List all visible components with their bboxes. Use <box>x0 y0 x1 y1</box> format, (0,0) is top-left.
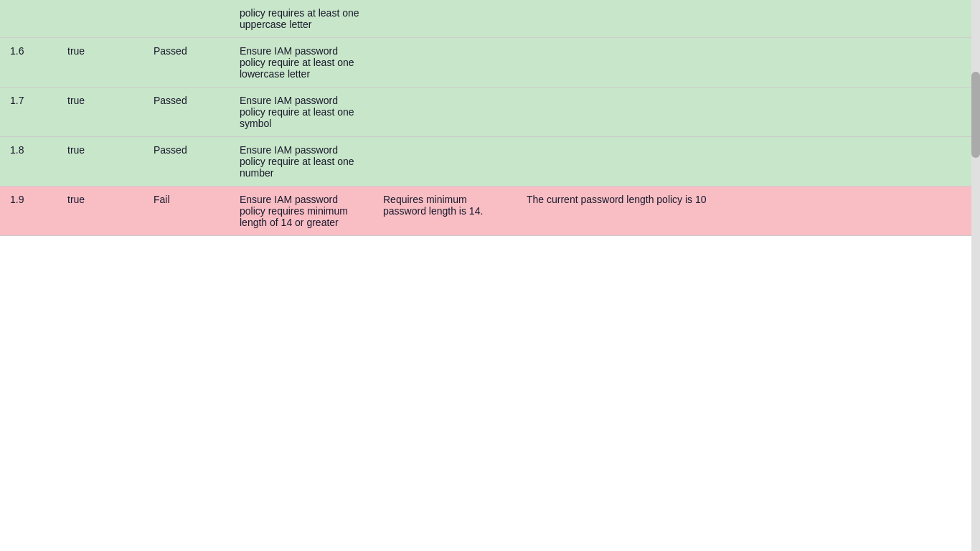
cell-check: Ensure IAM password policy requires mini… <box>230 187 373 236</box>
cell-bool: true <box>57 137 143 187</box>
cell-bool: true <box>57 187 143 236</box>
cell-status <box>143 0 230 38</box>
cell-id: 1.7 <box>0 88 57 137</box>
cell-actual: The current password length policy is 10 <box>517 187 980 236</box>
cell-id: 1.8 <box>0 137 57 187</box>
cell-status: Fail <box>143 187 230 236</box>
scrollbar-track[interactable] <box>971 0 980 236</box>
cell-check: Ensure IAM password policy require at le… <box>230 88 373 137</box>
cell-expected <box>373 137 517 187</box>
cell-id <box>0 0 57 38</box>
table-row: 1.6 true Passed Ensure IAM password poli… <box>0 38 980 88</box>
cell-actual <box>517 137 980 187</box>
table-row: policy requires at least one uppercase l… <box>0 0 980 38</box>
cell-id: 1.6 <box>0 38 57 88</box>
cell-actual <box>517 38 980 88</box>
cell-expected: Requires minimum password length is 14. <box>373 187 517 236</box>
table-row: 1.8 true Passed Ensure IAM password poli… <box>0 137 980 187</box>
cell-bool <box>57 0 143 38</box>
cell-bool: true <box>57 38 143 88</box>
cell-actual <box>517 88 980 137</box>
results-table: policy requires at least one uppercase l… <box>0 0 980 236</box>
scrollbar-thumb[interactable] <box>971 72 980 158</box>
cell-expected <box>373 0 517 38</box>
table-container: policy requires at least one uppercase l… <box>0 0 980 236</box>
cell-status: Passed <box>143 137 230 187</box>
cell-expected <box>373 38 517 88</box>
cell-status: Passed <box>143 88 230 137</box>
cell-bool: true <box>57 88 143 137</box>
cell-actual <box>517 0 980 38</box>
cell-status: Passed <box>143 38 230 88</box>
cell-check: Ensure IAM password policy require at le… <box>230 137 373 187</box>
cell-id: 1.9 <box>0 187 57 236</box>
cell-check: policy requires at least one uppercase l… <box>230 0 373 38</box>
cell-expected <box>373 88 517 137</box>
cell-check: Ensure IAM password policy require at le… <box>230 38 373 88</box>
table-row: 1.7 true Passed Ensure IAM password poli… <box>0 88 980 137</box>
table-row: 1.9 true Fail Ensure IAM password policy… <box>0 187 980 236</box>
